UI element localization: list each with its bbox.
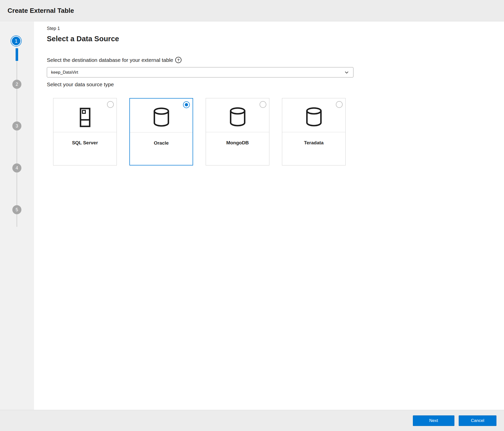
step-number: 4	[16, 165, 18, 171]
page-title: Select a Data Source	[47, 35, 119, 43]
card-divider	[53, 132, 117, 132]
radio-dot	[261, 103, 265, 106]
step-progress-bar	[16, 48, 18, 61]
step-number: 1	[15, 38, 17, 44]
radio-dot	[338, 103, 341, 106]
card-divider	[206, 132, 269, 132]
next-button[interactable]: Next	[413, 415, 454, 426]
step-indicator-3[interactable]: 3	[12, 121, 21, 131]
radio-button[interactable]	[260, 101, 266, 108]
card-divider	[282, 132, 345, 132]
help-icon[interactable]: ?	[175, 57, 182, 63]
step-indicator-2[interactable]: 2	[12, 80, 21, 89]
step-connector-line	[17, 48, 17, 227]
data-source-name: MongoDB	[206, 140, 269, 146]
data-source-card-mongodb[interactable]: MongoDB	[206, 98, 269, 165]
database-icon	[149, 106, 173, 130]
data-source-name: SQL Server	[53, 140, 117, 146]
data-source-name: Oracle	[130, 140, 193, 146]
destination-database-label-row: Select the destination database for your…	[47, 57, 182, 63]
card-divider	[130, 132, 193, 133]
dialog-header: Create External Table	[0, 0, 504, 21]
step-number: 2	[16, 82, 18, 87]
destination-database-value: keep_DataVirt	[51, 70, 344, 75]
wizard-steps-sidebar: 1 2 3 4 5	[0, 22, 34, 410]
step-indicator-1[interactable]: 1	[11, 36, 21, 46]
radio-button[interactable]	[183, 101, 190, 108]
data-source-card-oracle[interactable]: Oracle	[129, 98, 193, 165]
step-number: 3	[16, 123, 18, 129]
radio-button[interactable]	[336, 101, 343, 108]
cancel-button[interactable]: Cancel	[459, 415, 496, 426]
radio-dot	[185, 103, 188, 106]
data-source-card-sql-server[interactable]: SQL Server	[53, 98, 117, 165]
radio-dot	[109, 103, 112, 106]
database-icon	[226, 105, 250, 130]
step-indicator-4[interactable]: 4	[12, 163, 21, 173]
current-step-label: Step 1	[47, 26, 60, 31]
chevron-down-icon	[344, 70, 349, 75]
data-source-card-teradata[interactable]: Teradata	[282, 98, 346, 165]
wizard-page-content: Step 1 Select a Data Source Select the d…	[34, 22, 504, 410]
sql-server-icon	[73, 105, 97, 130]
dialog-title: Create External Table	[8, 7, 74, 15]
data-source-cards: SQL Server Oracle MongoDB	[53, 98, 346, 165]
destination-database-label: Select the destination database for your…	[47, 57, 173, 63]
source-type-label: Select your data source type	[47, 81, 114, 88]
database-icon	[302, 105, 326, 130]
data-source-name: Teradata	[282, 140, 345, 146]
destination-database-dropdown[interactable]: keep_DataVirt	[47, 67, 353, 77]
radio-button[interactable]	[107, 101, 114, 108]
step-number: 5	[16, 207, 18, 212]
step-indicator-5[interactable]: 5	[12, 205, 21, 214]
dialog-footer: Next Cancel	[0, 410, 504, 431]
